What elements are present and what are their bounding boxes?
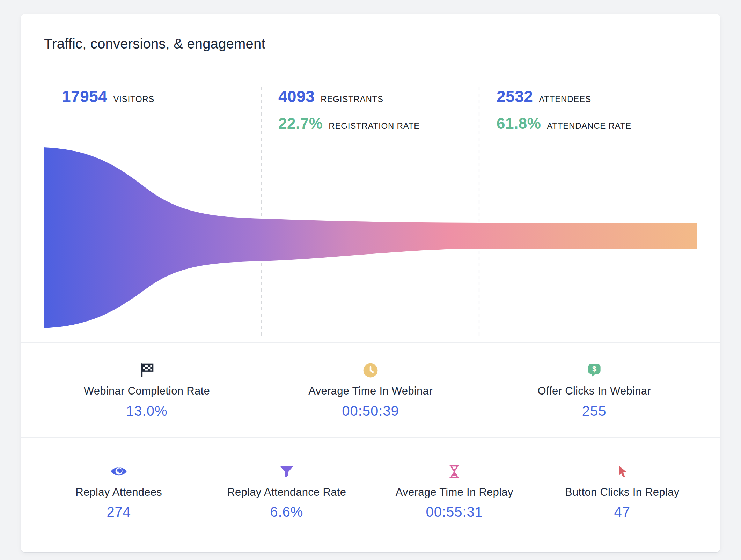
stage-count-value: 4093	[278, 87, 315, 106]
stat-value: 6.6%	[270, 504, 303, 520]
stats-row-webinar: Webinar Completion Rate 13.0% Average Ti…	[21, 343, 720, 438]
stat-button-clicks-in-replay: Button Clicks In Replay 47	[538, 438, 706, 545]
checkered-flag-icon	[138, 362, 155, 379]
stat-label: Replay Attendance Rate	[227, 486, 346, 498]
clock-icon	[362, 362, 379, 379]
stage-rate-row: 22.7% REGISTRATION RATE	[278, 115, 420, 132]
funnel-section: 17954 VISITORS 4093 REGISTRANTS 22.7% RE…	[21, 74, 720, 343]
stat-value: 00:50:39	[342, 403, 399, 419]
conversion-rate-value: 22.7%	[278, 115, 323, 132]
stats-row-replay: Replay Attendees 274 Replay Attendance R…	[21, 438, 720, 552]
stat-label: Replay Attendees	[75, 486, 162, 498]
analytics-card: Traffic, conversions, & engagement	[21, 14, 720, 552]
stat-value: 47	[614, 504, 631, 520]
eye-icon	[110, 463, 128, 480]
stat-webinar-completion-rate: Webinar Completion Rate 13.0%	[35, 343, 259, 437]
conversion-rate-label: ATTENDANCE RATE	[547, 121, 631, 131]
stat-value: 13.0%	[126, 403, 167, 419]
hourglass-icon	[447, 463, 462, 480]
funnel-shape	[44, 147, 697, 328]
stat-label: Offer Clicks In Webinar	[537, 385, 651, 397]
card-header: Traffic, conversions, & engagement	[21, 14, 720, 74]
stat-average-time-in-replay: Average Time In Replay 00:55:31	[370, 438, 538, 545]
funnel-stage-visitors: 17954 VISITORS	[62, 87, 154, 106]
stage-count-row: 2532 ATTENDEES	[497, 87, 631, 106]
stat-label: Button Clicks In Replay	[565, 486, 679, 498]
page-background: { "header": { "title": "Traffic, convers…	[0, 0, 741, 560]
stage-count-value: 2532	[497, 87, 533, 106]
stage-count-row: 17954 VISITORS	[62, 87, 154, 106]
stage-count-value: 17954	[62, 87, 107, 106]
stage-rate-row: 61.8% ATTENDANCE RATE	[497, 115, 631, 132]
cursor-arrow-icon	[615, 463, 630, 480]
stat-value: 274	[107, 504, 131, 520]
funnel-filter-icon	[279, 463, 295, 480]
stage-count-row: 4093 REGISTRANTS	[278, 87, 420, 106]
stat-replay-attendance-rate: Replay Attendance Rate 6.6%	[203, 438, 371, 545]
stage-count-label: VISITORS	[113, 94, 154, 104]
page-title: Traffic, conversions, & engagement	[44, 36, 265, 52]
stage-count-label: REGISTRANTS	[321, 94, 383, 104]
stage-count-label: ATTENDEES	[539, 94, 591, 104]
stat-label: Average Time In Webinar	[308, 385, 433, 397]
svg-text:$: $	[592, 365, 596, 374]
funnel-stage-attendees: 2532 ATTENDEES 61.8% ATTENDANCE RATE	[497, 87, 631, 132]
stat-value: 00:55:31	[426, 504, 483, 520]
stat-replay-attendees: Replay Attendees 274	[35, 438, 203, 545]
stat-value: 255	[582, 403, 607, 419]
stat-average-time-in-webinar: Average Time In Webinar 00:50:39	[259, 343, 483, 437]
dollar-chat-icon: $	[586, 362, 602, 379]
stat-label: Average Time In Replay	[396, 486, 513, 498]
conversion-rate-value: 61.8%	[497, 115, 541, 132]
conversion-rate-label: REGISTRATION RATE	[329, 121, 420, 131]
stat-offer-clicks-in-webinar: $ Offer Clicks In Webinar 255	[482, 343, 706, 437]
stat-label: Webinar Completion Rate	[84, 385, 210, 397]
funnel-stage-registrants: 4093 REGISTRANTS 22.7% REGISTRATION RATE	[278, 87, 420, 132]
